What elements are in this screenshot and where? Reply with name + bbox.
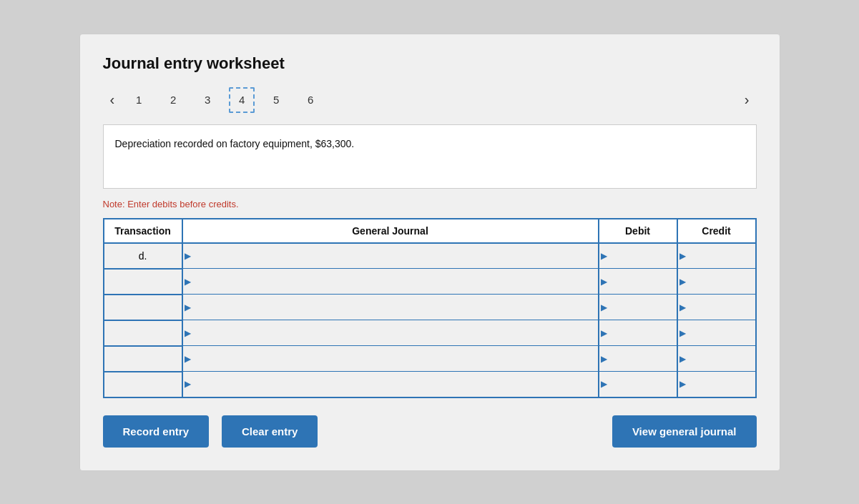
description-box: Depreciation recorded on factory equipme… bbox=[103, 124, 757, 189]
table-row-transaction-5[interactable] bbox=[104, 372, 182, 397]
worksheet-container: Journal entry worksheet ‹ 1 2 3 4 5 6 › … bbox=[79, 34, 780, 471]
table-row-transaction-4[interactable] bbox=[104, 346, 182, 372]
arrow-icon-debit-0: ▶ bbox=[601, 251, 607, 261]
view-general-journal-button[interactable]: View general journal bbox=[612, 415, 757, 448]
page-btn-4[interactable]: 4 bbox=[229, 87, 255, 113]
next-arrow[interactable]: › bbox=[737, 89, 757, 111]
table-row-credit-3[interactable]: ▶ bbox=[677, 320, 756, 346]
table-row-transaction-2[interactable] bbox=[104, 295, 182, 320]
prev-arrow[interactable]: ‹ bbox=[103, 89, 122, 111]
table-row-debit-3[interactable]: ▶ bbox=[599, 320, 677, 346]
arrow-icon-debit-5: ▶ bbox=[601, 379, 607, 389]
table-row-general-3[interactable]: ▶ bbox=[182, 320, 599, 346]
arrow-icon-credit-4: ▶ bbox=[679, 354, 686, 364]
table-row-credit-0[interactable]: ▶ bbox=[677, 243, 756, 269]
page-btn-1[interactable]: 1 bbox=[126, 87, 152, 113]
clear-entry-button[interactable]: Clear entry bbox=[222, 415, 318, 448]
col-header-debit: Debit bbox=[599, 219, 677, 243]
arrow-icon-debit-4: ▶ bbox=[601, 354, 607, 364]
table-row-transaction-1[interactable] bbox=[104, 269, 182, 295]
arrow-icon-general-2: ▶ bbox=[185, 302, 191, 312]
table-row-debit-2[interactable]: ▶ bbox=[599, 295, 677, 320]
arrow-icon-credit-1: ▶ bbox=[679, 277, 686, 287]
table-row-general-4[interactable]: ▶ bbox=[182, 346, 599, 372]
col-header-credit: Credit bbox=[677, 219, 756, 243]
buttons-row: Record entry Clear entry View general jo… bbox=[103, 415, 757, 448]
arrow-icon-general-3: ▶ bbox=[185, 328, 191, 338]
table-row-transaction-3[interactable] bbox=[104, 320, 182, 346]
nav-row: ‹ 1 2 3 4 5 6 › bbox=[103, 87, 757, 113]
journal-table: Transaction General Journal Debit Credit… bbox=[103, 218, 757, 398]
arrow-icon-general-0: ▶ bbox=[185, 251, 191, 261]
table-row-credit-1[interactable]: ▶ bbox=[677, 269, 756, 295]
page-btn-6[interactable]: 6 bbox=[298, 87, 323, 113]
arrow-icon-credit-2: ▶ bbox=[679, 302, 686, 312]
description-text: Depreciation recorded on factory equipme… bbox=[115, 138, 355, 149]
table-row-credit-2[interactable]: ▶ bbox=[677, 295, 756, 320]
arrow-icon-general-4: ▶ bbox=[185, 354, 191, 364]
arrow-icon-credit-3: ▶ bbox=[679, 328, 686, 338]
arrow-icon-debit-3: ▶ bbox=[601, 328, 607, 338]
page-title: Journal entry worksheet bbox=[103, 54, 757, 73]
record-entry-button[interactable]: Record entry bbox=[103, 415, 210, 448]
table-row-debit-1[interactable]: ▶ bbox=[599, 269, 677, 295]
arrow-icon-debit-1: ▶ bbox=[601, 277, 607, 287]
note-text: Note: Enter debits before credits. bbox=[103, 199, 757, 209]
table-row-general-1[interactable]: ▶ bbox=[182, 269, 599, 295]
table-row-credit-5[interactable]: ▶ bbox=[677, 372, 756, 397]
page-btn-2[interactable]: 2 bbox=[160, 87, 186, 113]
table-row-general-2[interactable]: ▶ bbox=[182, 295, 599, 320]
arrow-icon-debit-2: ▶ bbox=[601, 302, 607, 312]
table-row-transaction-0[interactable]: d. bbox=[104, 243, 182, 269]
arrow-icon-credit-5: ▶ bbox=[679, 379, 686, 389]
arrow-icon-general-5: ▶ bbox=[185, 379, 191, 389]
table-row-general-5[interactable]: ▶ bbox=[182, 372, 599, 397]
table-row-general-0[interactable]: ▶ bbox=[182, 243, 599, 269]
arrow-icon-credit-0: ▶ bbox=[679, 251, 686, 261]
table-row-debit-5[interactable]: ▶ bbox=[599, 372, 677, 397]
col-header-general: General Journal bbox=[182, 219, 599, 243]
col-header-transaction: Transaction bbox=[104, 219, 182, 243]
arrow-icon-general-1: ▶ bbox=[185, 277, 191, 287]
page-btn-3[interactable]: 3 bbox=[195, 87, 220, 113]
page-btn-5[interactable]: 5 bbox=[263, 87, 289, 113]
table-row-credit-4[interactable]: ▶ bbox=[677, 346, 756, 372]
table-row-debit-0[interactable]: ▶ bbox=[599, 243, 677, 269]
table-row-debit-4[interactable]: ▶ bbox=[599, 346, 677, 372]
